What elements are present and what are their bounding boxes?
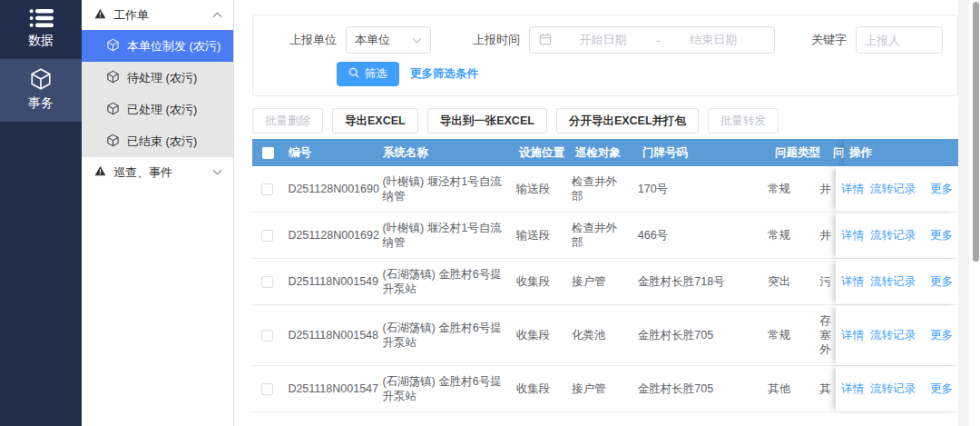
table-body: D251128N001690 (叶榭镇) 堰泾村1号自流纳管 输送段 检查井外部… [252,166,958,412]
more-filters-link[interactable]: 更多筛选条件 [410,66,478,82]
table-row: D251118N001548 (石湖荡镇) 金胜村6号提升泵站 收集段 化粪池 … [252,305,958,366]
cube-icon [106,102,120,118]
cell-door-number: 170号 [632,173,763,204]
work-order-table: 编号 系统名称 设施位置 巡检对象 门牌号码 问题类型 问 操作 D251128… [252,139,958,412]
rail-item-label: 数据 [28,33,54,49]
cell-patrol-target: 接户管 [566,266,632,297]
cell-system-name: (叶榭镇) 堰泾村1号自流纳管 [377,166,510,212]
chevron-down-icon [212,169,222,175]
action-more-link[interactable]: 更多 [930,228,953,243]
cell-door-number: 466号 [632,220,763,251]
column-header-type: 问题类型 [769,145,828,160]
cell-patrol-target: 检查井外部 [566,213,632,258]
calendar-icon [539,33,552,48]
cell-door-number: 金胜村长胜705 [632,320,763,351]
toolbar-button[interactable]: 导出EXCEL [332,108,418,134]
scrollbar-track [958,0,969,426]
column-header-target: 巡检对象 [570,145,637,160]
cell-id: D251118N001548 [282,320,377,351]
cell-actions: 详情流转记录更多 [836,166,958,212]
date-separator: - [654,34,662,47]
sidebar-item[interactable]: 已结束 (农污) [82,125,233,157]
left-rail: 数据 事务 [0,0,82,426]
column-header-id: 编号 [283,145,377,160]
cell-id: D251128N001692 [282,220,377,251]
cell-id: D251118N001549 [282,266,377,297]
app-root: 数据 事务 工作单 本单位制发 (农污)待处理 (农污)已处理 (农污)已结束 … [0,0,980,426]
cube-icon [29,67,53,91]
action-detail-link[interactable]: 详情 [841,228,864,243]
chevron-down-icon [412,37,422,44]
action-more-link[interactable]: 更多 [930,182,953,196]
action-flow-record-link[interactable]: 流转记录 [870,228,916,243]
action-detail-link[interactable]: 详情 [841,381,864,396]
scrollbar-thumb[interactable] [973,2,979,262]
cell-problem-type: 常规 [762,173,819,204]
select-all-checkbox[interactable] [262,147,274,159]
report-time-range-picker[interactable]: 开始日期 - 结束日期 [529,26,775,54]
action-flow-record-link[interactable]: 流转记录 [870,182,916,196]
table-row: D251118N001549 (石湖荡镇) 金胜村6号提升泵站 收集段 接户管 … [252,259,958,305]
sidebar-item[interactable]: 已处理 (农污) [82,94,233,125]
cell-problem-type: 其他 [762,373,819,404]
rail-item-label: 事务 [28,95,54,112]
action-more-link[interactable]: 更多 [930,328,953,342]
toolbar-button[interactable]: 分开导出EXCEL并打包 [556,108,699,134]
action-flow-record-link[interactable]: 流转记录 [870,328,916,342]
warning-triangle-icon [94,165,106,179]
action-flow-record-link[interactable]: 流转记录 [870,381,916,396]
table-row: D251128N001692 (叶榭镇) 堰泾村1号自流纳管 输送段 检查井外部… [252,213,958,259]
sidebar-item-label: 本单位制发 (农污) [127,38,220,54]
keyword-label: 关键字 [811,32,847,48]
sidebar-group-patrol[interactable]: 巡查、事件 [82,157,233,187]
row-checkbox[interactable] [261,276,273,288]
rail-item-data[interactable]: 数据 [0,0,82,59]
action-detail-link[interactable]: 详情 [841,328,864,342]
cell-system-name: (叶榭镇) 堰泾村1号自流纳管 [377,213,510,258]
submenu-workorder: 本单位制发 (农污)待处理 (农污)已处理 (农污)已结束 (农污) [82,30,233,157]
row-checkbox[interactable] [261,330,273,342]
action-flow-record-link[interactable]: 流转记录 [870,274,916,289]
cube-icon [106,38,120,54]
cell-problem-desc-truncated: 其 [819,373,836,404]
search-icon [348,67,359,81]
cell-actions: 详情流转记录更多 [836,305,958,365]
chevron-up-icon [212,12,222,18]
toolbar-button[interactable]: 导出到一张EXCEL [427,108,547,134]
filter-button-label: 筛选 [365,66,387,82]
cell-problem-desc-truncated: 存塞外 [819,305,836,365]
toolbar-button: 批量删除 [252,108,323,134]
sidebar-group-workorder[interactable]: 工作单 [82,0,233,30]
row-checkbox[interactable] [261,230,273,242]
action-more-link[interactable]: 更多 [930,381,953,396]
action-detail-link[interactable]: 详情 [841,182,864,196]
filter-button[interactable]: 筛选 [337,62,399,86]
sidebar-item[interactable]: 本单位制发 (农污) [82,30,233,62]
row-checkbox[interactable] [261,383,273,395]
cell-patrol-target: 化粪池 [566,320,632,351]
cell-facility-position: 收集段 [511,373,566,404]
rail-item-affairs[interactable]: 事务 [0,59,82,122]
action-more-link[interactable]: 更多 [930,274,953,289]
table-row: D251128N001690 (叶榭镇) 堰泾村1号自流纳管 输送段 检查井外部… [252,166,958,213]
end-date-placeholder: 结束日期 [662,32,765,48]
action-detail-link[interactable]: 详情 [841,274,864,289]
report-unit-select[interactable]: 本单位 [346,26,431,54]
cell-id: D251128N001690 [282,173,377,204]
table-header-row: 编号 系统名称 设施位置 巡检对象 门牌号码 问题类型 问 操作 [252,139,958,166]
column-header-door: 门牌号码 [637,145,769,160]
keyword-input[interactable] [856,26,943,54]
sidebar-item[interactable]: 待处理 (农污) [82,62,233,94]
cell-patrol-target: 接户管 [566,373,632,404]
database-icon [29,8,54,28]
report-time-label: 上报时间 [473,32,520,48]
column-header-system: 系统名称 [377,145,514,160]
cell-problem-desc-truncated: 井 [819,173,836,204]
sidebar: 工作单 本单位制发 (农污)待处理 (农污)已处理 (农污)已结束 (农污) 巡… [82,0,234,426]
main-content: 上报单位 本单位 上报时间 开始日期 - 结束日期 关键字 [234,0,980,426]
cell-actions: 详情流转记录更多 [836,213,958,258]
cell-actions: 详情流转记录更多 [836,366,958,411]
column-header-actions: 操作 [844,139,958,166]
row-checkbox[interactable] [261,183,273,195]
column-header-desc: 问 [828,145,844,160]
